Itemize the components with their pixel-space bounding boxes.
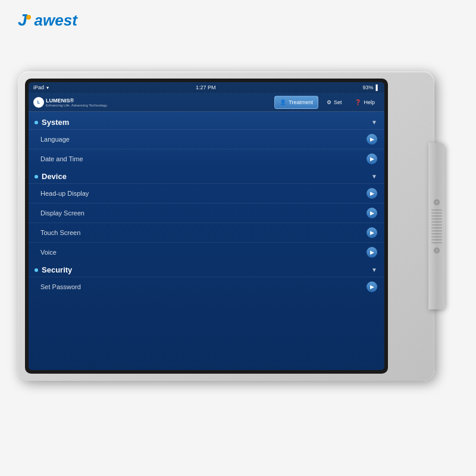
security-title: Security [42,265,72,274]
status-right: 93% ▌ [363,84,380,90]
row-datetime[interactable]: Date and Time ▶ [29,149,384,168]
handle-line-3 [431,215,442,217]
row-language[interactable]: Language ▶ [29,129,384,149]
security-chevron: ▼ [371,267,377,273]
hud-label: Head-up Display [40,190,89,197]
nav-btn-set[interactable]: ⚙ Set [322,96,347,109]
row-set-password[interactable]: Set Password ▶ [29,277,384,296]
logo-area: J awest [18,11,77,30]
status-left: iPad ▾ [33,84,49,90]
device-title: Device [42,172,67,181]
time-display: 1:27 PM [196,84,216,90]
logo-brand-text: awest [35,11,77,30]
handle-line-12 [431,242,442,243]
handle-line-7 [431,227,442,228]
lumenis-logo-icon: L [33,97,44,108]
handle-line-6 [431,224,442,226]
datetime-label: Date and Time [40,155,83,162]
lumenis-tagline: Enhancing Life. Advancing Technology. [46,104,108,107]
logo-dot [26,15,31,20]
set-password-label: Set Password [40,283,81,290]
device-dot [35,175,38,178]
security-dot [35,268,38,272]
row-hud[interactable]: Head-up Display ▶ [29,183,384,203]
handle-screw-bottom [434,248,440,253]
language-label: Language [40,136,70,143]
handle-line-4 [431,218,442,220]
touch-screen-arrow[interactable]: ▶ [367,227,377,238]
handle-line-11 [431,239,442,240]
battery-icon: ▌ [376,84,380,90]
handle-line-8 [431,230,442,231]
screen-content: iPad ▾ 1:27 PM 93% ▌ L LUMENIS® Enhanci [29,82,384,370]
lumenis-brand-name: LUMENIS® [46,98,108,104]
set-icon: ⚙ [327,99,331,105]
treatment-label: Treatment [289,99,313,105]
handle-line-2 [431,212,442,214]
side-handle [428,143,445,309]
handle-line-10 [431,236,442,237]
set-password-arrow[interactable]: ▶ [367,281,377,292]
status-center: 1:27 PM [196,84,216,90]
row-touch-screen[interactable]: Touch Screen ▶ [29,223,384,242]
screen-bezel: iPad ▾ 1:27 PM 93% ▌ L LUMENIS® Enhanci [25,79,388,374]
help-label: Help [364,99,375,105]
datetime-arrow[interactable]: ▶ [367,154,377,164]
display-screen-arrow[interactable]: ▶ [367,208,377,218]
section-security-title-row: Security [35,265,72,274]
display-screen-label: Display Screen [40,209,84,217]
help-icon: ❓ [355,99,361,105]
system-dot [35,121,38,124]
nav-btn-treatment[interactable]: 👤 Treatment [274,96,318,109]
treatment-icon: 👤 [280,99,286,105]
nav-bar: L LUMENIS® Enhancing Life. Advancing Tec… [29,93,384,112]
language-arrow[interactable]: ▶ [367,134,377,145]
lumenis-logo-text-block: LUMENIS® Enhancing Life. Advancing Techn… [46,98,108,107]
handle-screw-top [434,199,440,205]
touch-screen-label: Touch Screen [40,229,80,236]
nav-btn-help[interactable]: ❓ Help [350,96,380,109]
battery-level: 93% [363,84,374,90]
handle-line-1 [431,209,442,211]
device-chevron: ▼ [371,173,377,180]
voice-arrow[interactable]: ▶ [367,247,377,258]
tablet-outer: iPad ▾ 1:27 PM 93% ▌ L LUMENIS® Enhanci [18,71,434,381]
section-system-title-row: System [35,118,69,127]
row-voice[interactable]: Voice ▶ [29,242,384,262]
section-security: Security ▼ [29,262,384,277]
system-title: System [42,118,69,127]
section-device-title-row: Device [35,172,67,181]
settings-content: System ▼ Language ▶ Date and Time ▶ De [29,112,384,370]
lumenis-logo: L LUMENIS® Enhancing Life. Advancing Tec… [33,97,108,108]
section-device: Device ▼ [29,168,384,183]
logo-j-letter: J [18,11,27,30]
system-chevron: ▼ [371,119,377,126]
handle-line-5 [431,221,442,223]
hud-arrow[interactable]: ▶ [367,188,377,199]
ipad-label: iPad [33,84,44,90]
row-display-screen[interactable]: Display Screen ▶ [29,203,384,223]
handle-line-9 [431,233,442,234]
status-bar: iPad ▾ 1:27 PM 93% ▌ [29,82,384,93]
set-label: Set [334,99,342,105]
voice-label: Voice [40,249,57,256]
wifi-icon: ▾ [46,85,49,90]
section-system: System ▼ [29,114,384,129]
